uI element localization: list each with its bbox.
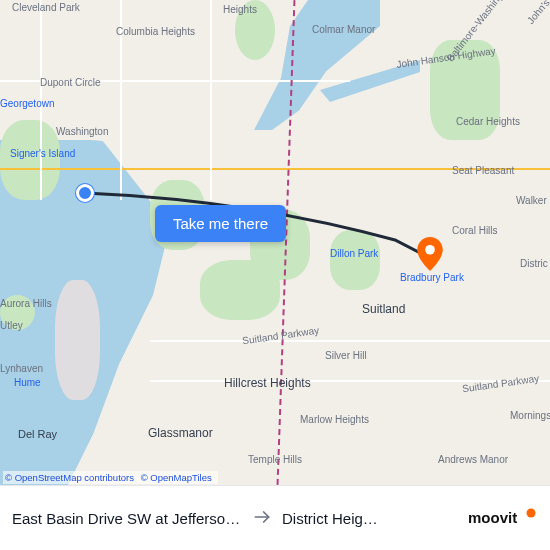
place-label: Suitland bbox=[362, 302, 405, 316]
place-label: Andrews Manor bbox=[438, 454, 508, 465]
road bbox=[120, 0, 122, 200]
route-destination-label: District Heig… bbox=[282, 510, 412, 527]
park-area bbox=[0, 120, 60, 200]
place-label: Coral Hills bbox=[452, 225, 498, 236]
place-label: Marlow Heights bbox=[300, 414, 369, 425]
moovit-logo[interactable]: moovit bbox=[468, 507, 538, 529]
road bbox=[0, 80, 350, 82]
place-label: Columbia Heights bbox=[116, 26, 195, 37]
place-label: Bradbury Park bbox=[400, 272, 464, 283]
svg-text:moovit: moovit bbox=[468, 509, 517, 526]
place-label: Seat Pleasant bbox=[452, 165, 514, 176]
attribution-omt[interactable]: © OpenMapTiles bbox=[141, 472, 212, 483]
arrow-right-icon bbox=[252, 507, 272, 530]
place-label: Walker bbox=[516, 195, 547, 206]
park-area bbox=[330, 230, 380, 290]
road bbox=[40, 0, 42, 200]
park-area bbox=[200, 260, 280, 320]
bottom-route-bar: East Basin Drive SW at Jefferson … Distr… bbox=[0, 485, 550, 550]
route-summary[interactable]: East Basin Drive SW at Jefferson … Distr… bbox=[12, 507, 458, 530]
origin-marker[interactable] bbox=[76, 184, 94, 202]
park-area bbox=[0, 295, 35, 330]
svg-point-0 bbox=[425, 245, 435, 255]
place-label: Cleveland Park bbox=[12, 2, 80, 13]
place-label: Hillcrest Heights bbox=[224, 376, 311, 390]
place-label: Silver Hill bbox=[325, 350, 367, 361]
place-label: Distric bbox=[520, 258, 548, 269]
road bbox=[210, 0, 212, 200]
place-label: Washington bbox=[56, 126, 108, 137]
place-label: John's bbox=[525, 0, 550, 26]
airport-area bbox=[55, 280, 100, 400]
map-canvas[interactable]: Cleveland Park Columbia Heights Heights … bbox=[0, 0, 550, 485]
place-label: Dupont Circle bbox=[40, 77, 101, 88]
place-label: Mornings bbox=[510, 410, 550, 421]
park-area bbox=[430, 40, 500, 140]
destination-marker[interactable] bbox=[417, 237, 443, 263]
svg-point-3 bbox=[527, 509, 536, 518]
attribution-osm[interactable]: © OpenStreetMap contributors bbox=[5, 472, 134, 483]
take-me-there-button[interactable]: Take me there bbox=[155, 205, 286, 242]
map-attribution[interactable]: © OpenStreetMap contributors © OpenMapTi… bbox=[3, 471, 218, 484]
place-label: Suitland Parkway bbox=[462, 373, 540, 395]
river-anacostia-upper bbox=[320, 60, 420, 120]
map-container: Cleveland Park Columbia Heights Heights … bbox=[0, 0, 550, 550]
route-origin-label: East Basin Drive SW at Jefferson … bbox=[12, 510, 242, 527]
place-label: Temple Hills bbox=[248, 454, 302, 465]
road-major bbox=[0, 168, 550, 170]
park-area bbox=[235, 0, 275, 60]
place-label: Georgetown bbox=[0, 98, 54, 109]
place-label: Glassmanor bbox=[148, 426, 213, 440]
road bbox=[150, 380, 550, 382]
road bbox=[150, 340, 550, 342]
